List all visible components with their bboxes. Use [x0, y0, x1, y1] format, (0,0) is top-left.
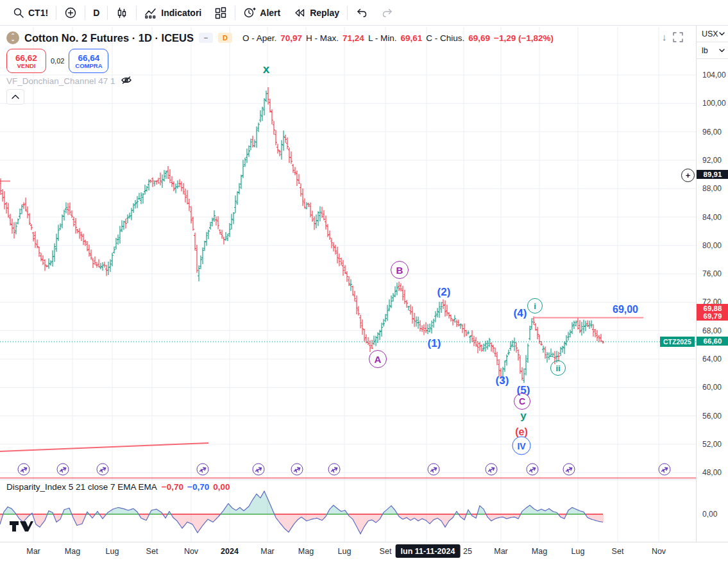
wave-label-i[interactable]: i: [527, 298, 543, 314]
wave-label-ii[interactable]: ii: [550, 360, 566, 376]
trade-panel: 66,62 VENDI 0,02 66,64 COMPRA: [6, 49, 108, 73]
replay-label: Replay: [310, 8, 339, 18]
wave-label-x[interactable]: x: [263, 63, 270, 75]
redo-icon: [381, 6, 394, 19]
wave-label-A[interactable]: A: [369, 350, 387, 368]
wave-label-C[interactable]: C: [514, 393, 530, 410]
wave-label-y[interactable]: y: [520, 410, 526, 421]
price-tick-label: 60,00: [702, 383, 722, 392]
order-price-badge: 69,79: [697, 312, 728, 321]
contract-tag: CTZ2025: [660, 337, 695, 347]
wave-label-IV[interactable]: IV: [512, 437, 531, 455]
redo-button[interactable]: [375, 3, 400, 23]
disparity-indicator-legend[interactable]: Disparity_Index 5 21 close 7 EMA EMA −0,…: [6, 482, 233, 492]
chevron-down-icon: [719, 32, 725, 36]
trend-arrow-icon[interactable]: [197, 464, 209, 476]
symbol-search-button[interactable]: CT1!: [6, 3, 55, 23]
price-tick-label: 80,00: [702, 241, 722, 250]
price-tick-label: 104,00: [702, 71, 726, 80]
trend-arrow-icon[interactable]: [291, 464, 303, 476]
price-tick-label: 48,00: [702, 468, 722, 477]
trend-arrow-icon[interactable]: [253, 464, 265, 476]
sell-button[interactable]: 66,62 VENDI: [6, 49, 46, 73]
eye-off-icon[interactable]: [121, 75, 132, 87]
toolbar-separator: [107, 6, 108, 20]
indicators-label: Indicatori: [161, 8, 201, 18]
price-tick-label: 56,00: [702, 412, 722, 421]
symbol-legend-row: ⌃⌄ Cotton No. 2 Futures · 1D · ICEUS − D…: [6, 30, 554, 46]
interval-button[interactable]: D: [87, 3, 106, 23]
donchian-indicator-legend[interactable]: VF_Donchian_Channel 47 1: [6, 75, 132, 87]
time-tick-label: 25: [463, 547, 472, 556]
currency-unit-select[interactable]: USX: [697, 26, 728, 42]
close-label: C - Chius.: [426, 33, 464, 43]
measure-unit-value: lb: [702, 46, 708, 55]
alert-button[interactable]: Alert: [237, 3, 287, 23]
buy-label: COMPRA: [75, 63, 102, 69]
collapse-legend-pill[interactable]: −: [199, 33, 213, 43]
search-icon: [13, 7, 24, 19]
price-tick-label: 0,00: [702, 510, 717, 519]
sell-label: VENDI: [17, 63, 35, 69]
low-label: L - Min.: [368, 33, 397, 43]
trend-arrow-icon[interactable]: [428, 464, 440, 476]
wave-label-3[interactable]: (3): [496, 375, 509, 386]
price-tick-label: 88,00: [702, 184, 722, 193]
last-price-badge: 66,60: [697, 337, 728, 346]
go-to-realtime-icon[interactable]: ↓: [662, 31, 667, 46]
indicators-button[interactable]: Indicatori: [138, 3, 208, 23]
toolbar-separator: [347, 6, 348, 20]
price-axis[interactable]: USX lb 104,00100,0096,0092,0088,0084,008…: [696, 26, 728, 542]
price-tick-label: 100,00: [702, 99, 726, 108]
add-alert-plus-button[interactable]: +: [681, 169, 695, 182]
fullscreen-icon[interactable]: [672, 31, 684, 46]
trend-arrow-icon[interactable]: [97, 464, 109, 476]
price-tick-label: 52,00: [702, 440, 722, 449]
wave-label-2[interactable]: (2): [437, 287, 451, 297]
time-tick-label: Mar: [26, 547, 40, 556]
time-axis[interactable]: lun 11-11-2024 MarMagLugSetNov2024MarMag…: [0, 542, 728, 561]
chart-type-button[interactable]: [109, 3, 135, 23]
time-tick-label: Nov: [652, 547, 666, 556]
wave-label-1[interactable]: (1): [428, 338, 441, 349]
wave-label-B[interactable]: B: [391, 261, 409, 279]
layout-button[interactable]: [208, 3, 233, 23]
trend-arrow-icon[interactable]: [328, 464, 341, 476]
measure-unit-select[interactable]: lb: [697, 42, 728, 59]
indicators-icon: [144, 6, 157, 19]
trend-arrow-icon[interactable]: [527, 464, 539, 476]
high-value: 71,24: [343, 33, 364, 43]
time-tick-label: Mag: [65, 547, 80, 556]
buy-price: 66,64: [78, 53, 100, 63]
time-tick-label: Mar: [494, 547, 508, 556]
donchian-indicator-name: VF_Donchian_Channel 47 1: [6, 76, 115, 86]
candlestick-icon: [115, 6, 128, 19]
time-tick-label: Nov: [184, 547, 198, 556]
trend-arrow-icon[interactable]: [486, 464, 498, 476]
replay-button[interactable]: Replay: [287, 3, 346, 23]
chevron-down-icon: [719, 49, 725, 53]
ohlc-values: O - Aper. 70,97 H - Max. 71,24 L - Min. …: [242, 33, 554, 43]
symbol-title[interactable]: Cotton No. 2 Futures · 1D · ICEUS: [24, 32, 194, 44]
wave-label-4[interactable]: (4): [514, 308, 527, 319]
trend-arrow-icon[interactable]: [659, 464, 671, 476]
symbol-logo-icon: ⌃⌄: [6, 31, 19, 44]
price-tick-label: 84,00: [702, 213, 722, 222]
collapse-legends-button[interactable]: [6, 89, 24, 105]
alert-clock-icon: [243, 6, 256, 19]
tradingview-logo[interactable]: [8, 519, 34, 533]
buy-button[interactable]: 66,64 COMPRA: [69, 49, 108, 73]
interval-badge: D: [218, 33, 232, 43]
trend-arrow-icon[interactable]: [563, 464, 575, 476]
crosshair-date-label: lun 11-11-2024: [396, 544, 461, 558]
trend-arrow-icon[interactable]: [18, 464, 30, 476]
high-label: H - Max.: [306, 33, 339, 43]
undo-button[interactable]: [349, 3, 375, 23]
toolbar-separator: [85, 6, 85, 20]
disparity-value: −0,70: [187, 482, 209, 492]
compare-add-button[interactable]: [58, 3, 83, 23]
time-tick-label: Lug: [106, 547, 119, 556]
symbol-search-label: CT1!: [28, 8, 48, 18]
price-level-label[interactable]: 69,00: [613, 304, 638, 315]
trend-arrow-icon[interactable]: [57, 464, 69, 476]
